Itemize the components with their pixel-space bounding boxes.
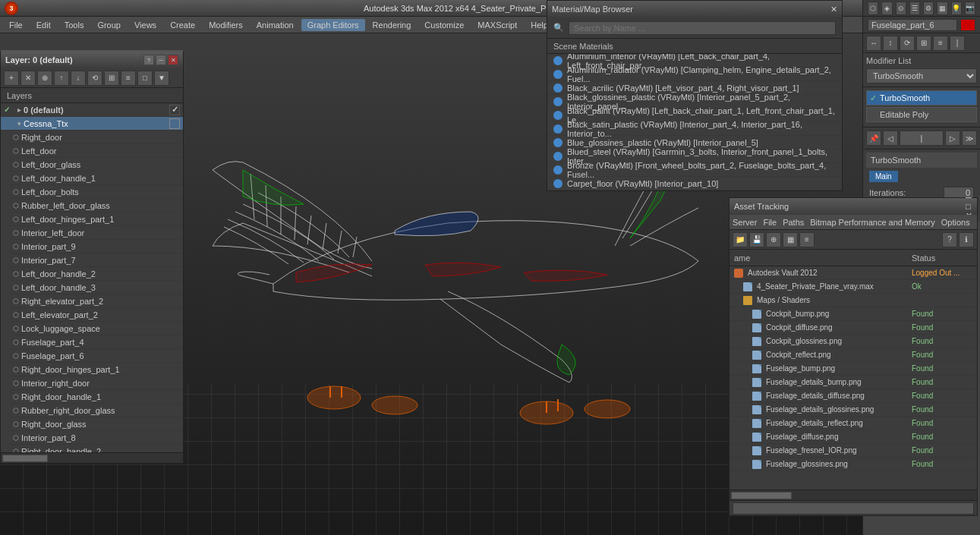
mod-right-icon[interactable]: ▷ [945,131,960,146]
layer-default[interactable]: ✓ ▸ 0 (default) ✓ [1,103,183,117]
layers-btn7[interactable]: ⊞ [104,71,119,86]
asset-menu-paths[interactable]: Paths [783,218,804,227]
list-item[interactable]: ⬡ Interior_left_door [10,226,183,240]
list-item[interactable]: ⬡ Rubber_right_door_glass [10,404,183,417]
menu-graph-editors[interactable]: Graph Editors [301,19,365,31]
list-item[interactable]: Cockpit_bump.png Found [729,307,977,321]
list-item[interactable]: ⬡ Rubber_left_door_glass [10,199,183,212]
list-item[interactable]: ⬡ Interior_part_7 [10,253,183,267]
material-close-button[interactable]: ✕ [830,5,837,14]
list-item[interactable]: Fuselage_bump.png Found [729,362,977,376]
modifier-turbosmooth[interactable]: ✓ TurboSmooth [866,90,977,105]
list-item[interactable]: ⬡ Interior_right_door [10,376,183,390]
menu-modifiers[interactable]: Modifiers [203,19,249,31]
scrollbar-thumb[interactable] [2,455,48,462]
list-item[interactable]: Fuselage_details_diffuse.png Found [729,389,977,403]
rp-icon-7[interactable]: 💡 [951,2,962,15]
layers-btn4[interactable]: ↑ [54,71,69,86]
list-item[interactable]: Carpet_floor (VRayMtl) [Interior_part_10… [547,177,842,190]
list-item[interactable]: ⬡ Left_door_handle_2 [10,267,183,281]
menu-create[interactable]: Create [164,19,201,31]
asset-menu-server[interactable]: Server [733,218,757,227]
list-item[interactable]: Fuselage_fresnel_IOR.png Found [729,444,977,458]
list-item[interactable]: ⬡ Lock_luggage_space [10,322,183,335]
list-item[interactable]: Cockpit_glossines.png Found [729,335,977,348]
list-item[interactable]: ⬡ Right_door_handle_1 [10,390,183,404]
list-item[interactable]: Autodesk Vault 2012 Logged Out ... [729,266,977,280]
asset-minimize-button[interactable]: ─ [966,193,972,202]
asset-menu-file[interactable]: File [763,218,777,227]
list-item[interactable]: Fuselage_glossines.png Found [729,458,977,471]
rp-toolbar-btn5[interactable]: ≡ [933,36,948,51]
layers-btn8[interactable]: ≡ [121,71,136,86]
asset-help-btn[interactable]: ? [942,232,957,247]
list-item[interactable]: ⬡ Left_door [10,144,183,158]
list-item[interactable]: ⬡ Right_door [10,131,183,144]
list-item[interactable]: ⬡ Fuselage_part_4 [10,335,183,349]
menu-maxscript[interactable]: MAXScript [471,19,523,31]
list-item[interactable]: ⬡ Left_door_handle_1 [10,172,183,185]
layers-close-button[interactable]: ✕ [168,55,178,65]
menu-edit[interactable]: Edit [30,19,57,31]
asset-btn3[interactable]: ⊕ [766,232,781,247]
list-item[interactable]: Fuselage_details_reflect.png Found [729,417,977,430]
rp-icon-3[interactable]: ⊙ [896,2,906,15]
asset-btn2[interactable]: 💾 [749,232,764,247]
mod-more-icon[interactable]: ≫ [962,131,977,146]
list-item[interactable]: ⬡ Interior_part_9 [10,240,183,253]
list-item[interactable]: ⬡ Right_elevator_part_2 [10,294,183,308]
layers-new-button[interactable]: + [4,71,19,86]
rp-toolbar-btn6[interactable]: | [950,36,965,51]
list-item[interactable]: ⬡ Left_door_hinges_part_1 [10,212,183,226]
object-name-input[interactable] [868,19,957,31]
list-item[interactable]: ⬡ Left_door_handle_3 [10,281,183,294]
object-color-swatch[interactable] [960,19,975,31]
list-item[interactable]: Cockpit_reflect.png Found [729,348,977,362]
list-item[interactable]: Aluminium_radiator (VRayMtl) [Clamping_h… [547,68,842,81]
menu-file[interactable]: File [3,19,29,31]
asset-info-btn[interactable]: ℹ [959,232,974,247]
asset-btn5[interactable]: ≡ [799,232,815,247]
asset-scrollbar-thumb[interactable] [731,492,792,499]
list-item[interactable]: ⬡ Left_door_bolts [10,185,183,199]
ts-tab-main[interactable]: Main [869,171,898,182]
rp-icon-4[interactable]: ☰ [909,2,920,15]
layers-content[interactable]: ✓ ▸ 0 (default) ✓ ▾ Cessna_Ttx ⬡ Right_d… [1,103,183,452]
asset-filter-input[interactable] [733,502,974,515]
modifier-dropdown[interactable]: TurboSmooth Editable Poly [866,68,977,83]
layers-minimize-button[interactable]: ─ [156,55,166,65]
asset-menu-bitmap[interactable]: Bitmap Performance and Memory [810,218,934,227]
layers-help-button[interactable]: ? [143,55,154,65]
menu-rendering[interactable]: Rendering [367,19,418,31]
menu-customize[interactable]: Customize [418,19,470,31]
list-item[interactable]: Black_satin_plastic (VRayMtl) [Interior_… [547,122,842,136]
rp-toolbar-btn2[interactable]: ↕ [883,36,898,51]
list-item[interactable]: ⬡ Fuselage_part_6 [10,349,183,363]
material-search-input[interactable] [569,21,836,35]
list-item[interactable]: 4_Seater_Private_Plane_vray.max Ok [729,280,977,294]
list-item[interactable]: Fuselage_diffuse.png Found [729,430,977,444]
list-item[interactable]: ⬡ Interior_part_8 [10,431,183,445]
menu-group[interactable]: Group [91,19,127,31]
rp-toolbar-btn3[interactable]: ⟳ [900,36,915,51]
list-item[interactable]: Fuselage_details_glossines.png Found [729,403,977,417]
layer-cessna[interactable]: ▾ Cessna_Ttx [1,117,183,131]
layers-btn6[interactable]: ⟲ [87,71,102,86]
layers-btn9[interactable]: □ [137,71,153,86]
list-item[interactable]: ⬡ Left_door_glass [10,158,183,172]
list-item[interactable]: ⬡ Right_door_handle_2 [10,445,183,452]
rp-toolbar-btn1[interactable]: ↔ [866,36,881,51]
list-item[interactable]: Bronze (VRayMtl) [Front_wheel_bolts_part… [547,163,842,177]
list-item[interactable]: ⬡ Right_door_hinges_part_1 [10,363,183,376]
list-item[interactable]: Cockpit_diffuse.png Found [729,321,977,335]
rp-icon-2[interactable]: ◈ [881,2,892,15]
layers-btn10[interactable]: ▼ [154,71,169,86]
list-item[interactable]: ⬡ Left_elevator_part_2 [10,308,183,322]
layers-horizontal-scrollbar[interactable] [1,452,183,463]
mod-left-icon[interactable]: ◁ [883,131,898,146]
asset-restore-button[interactable]: □ [966,202,972,211]
rp-toolbar-btn4[interactable]: ⊞ [916,36,931,51]
rp-icon-5[interactable]: ⚙ [923,2,934,15]
list-item[interactable]: Fuselage_details_bump.png Found [729,376,977,389]
rp-icon-8[interactable]: 📷 [965,2,975,15]
